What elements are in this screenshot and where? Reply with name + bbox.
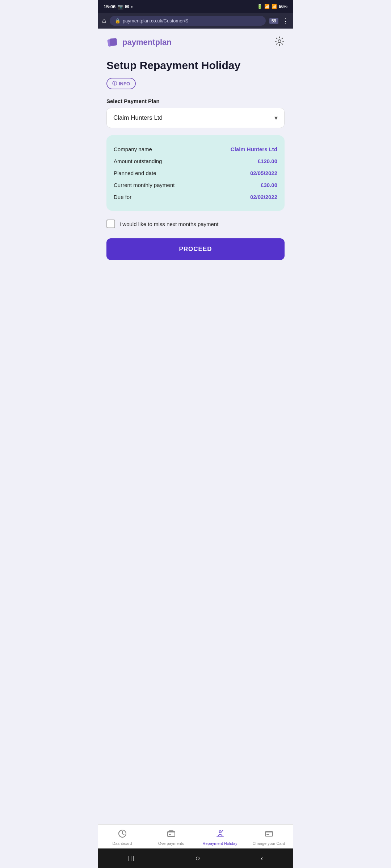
repayment-holiday-icon <box>215 829 225 840</box>
svg-rect-8 <box>265 831 273 836</box>
info-row-monthly-payment: Current monthly payment £30.00 <box>114 179 277 191</box>
status-icons: 📷 ✉ <box>118 4 129 9</box>
info-row-due-for: Due for 02/02/2022 <box>114 191 277 203</box>
nav-item-overpayments[interactable]: Overpayments <box>147 829 196 846</box>
svg-point-6 <box>219 831 221 833</box>
company-name-label: Company name <box>114 146 152 152</box>
current-monthly-payment-value: £30.00 <box>261 182 277 188</box>
change-card-nav-label: Change your Card <box>253 841 285 846</box>
svg-rect-5 <box>168 831 175 837</box>
browser-menu-button[interactable]: ⋮ <box>282 17 289 25</box>
info-row-end-date: Planned end date 02/05/2022 <box>114 167 277 179</box>
bottom-nav: Dashboard Overpayments Repayment Holiday <box>98 824 293 848</box>
browser-url-bar[interactable]: 🔒 paymentplan.co.uk/Customer/S <box>110 16 266 26</box>
miss-payment-checkbox-label: I would like to miss next months payment <box>119 221 218 227</box>
logo-thin-text: plan <box>155 38 171 47</box>
info-badge-label: INFO <box>119 81 130 86</box>
chevron-down-icon: ▾ <box>274 114 278 122</box>
logo-area: paymentplan <box>106 36 172 49</box>
payment-plan-dropdown[interactable]: Claim Hunters Ltd ▾ <box>106 108 285 128</box>
signal-icon: 📶 <box>272 4 277 9</box>
wifi-icon: 📶 <box>264 4 270 9</box>
current-monthly-payment-label: Current monthly payment <box>114 182 175 188</box>
nav-item-repayment-holiday[interactable]: Repayment Holiday <box>196 829 244 846</box>
page-title: Setup Repayment Holiday <box>106 59 285 72</box>
nav-item-dashboard[interactable]: Dashboard <box>98 829 147 846</box>
browser-url-text: paymentplan.co.uk/Customer/S <box>123 18 261 24</box>
tab-count-badge[interactable]: 59 <box>269 18 278 24</box>
browser-home-button[interactable]: ⌂ <box>102 17 106 25</box>
android-nav: ||| ○ ‹ <box>98 848 293 868</box>
main-content: paymentplan Setup Repayment Holiday ⓘ IN… <box>98 29 293 824</box>
payment-info-card: Company name Claim Hunters Ltd Amount ou… <box>106 135 285 211</box>
proceed-button[interactable]: PROCEED <box>106 238 285 260</box>
svg-rect-1 <box>110 38 117 46</box>
overpayments-icon <box>167 829 176 840</box>
select-plan-label: Select Payment Plan <box>106 98 285 104</box>
info-circle-icon: ⓘ <box>112 80 117 87</box>
amount-outstanding-label: Amount outstanding <box>114 158 162 164</box>
settings-icon[interactable] <box>274 36 285 49</box>
status-bar: 15:06 📷 ✉ • 🔋 📶 📶 66% <box>98 0 293 13</box>
overpayments-nav-label: Overpayments <box>158 841 184 846</box>
dashboard-nav-label: Dashboard <box>113 841 132 846</box>
header-row: paymentplan <box>106 36 285 49</box>
due-for-label: Due for <box>114 194 131 200</box>
logo-bold-text: payment <box>122 38 155 47</box>
svg-point-7 <box>222 830 223 831</box>
amount-outstanding-value: £120.00 <box>258 158 277 164</box>
logo-text: paymentplan <box>122 38 172 47</box>
info-row-amount: Amount outstanding £120.00 <box>114 155 277 167</box>
miss-payment-checkbox-row[interactable]: I would like to miss next months payment <box>106 220 285 228</box>
browser-bar: ⌂ 🔒 paymentplan.co.uk/Customer/S 59 ⋮ <box>98 13 293 29</box>
battery-percent: 66% <box>279 4 287 9</box>
nav-item-change-card[interactable]: Change your Card <box>244 829 293 846</box>
planned-end-date-value: 02/05/2022 <box>250 170 277 176</box>
logo-icon <box>106 36 119 49</box>
android-menu-button[interactable]: ||| <box>128 855 135 861</box>
lock-icon: 🔒 <box>115 18 121 24</box>
miss-payment-checkbox[interactable] <box>106 220 115 228</box>
dropdown-selected-value: Claim Hunters Ltd <box>113 114 163 122</box>
svg-point-4 <box>122 833 123 834</box>
company-name-value: Claim Hunters Ltd <box>231 146 277 152</box>
dashboard-icon <box>118 829 127 840</box>
status-dot: • <box>131 4 133 9</box>
svg-point-2 <box>278 40 281 43</box>
info-row-company: Company name Claim Hunters Ltd <box>114 143 277 155</box>
android-back-button[interactable]: ‹ <box>261 855 263 862</box>
change-card-icon <box>264 829 274 840</box>
due-for-value: 02/02/2022 <box>250 194 277 200</box>
repayment-holiday-nav-label: Repayment Holiday <box>203 841 237 846</box>
android-home-button[interactable]: ○ <box>196 854 200 863</box>
status-time: 15:06 <box>104 4 115 9</box>
info-badge-button[interactable]: ⓘ INFO <box>106 78 136 89</box>
battery-icon: 🔋 <box>257 4 262 9</box>
planned-end-date-label: Planned end date <box>114 170 156 176</box>
